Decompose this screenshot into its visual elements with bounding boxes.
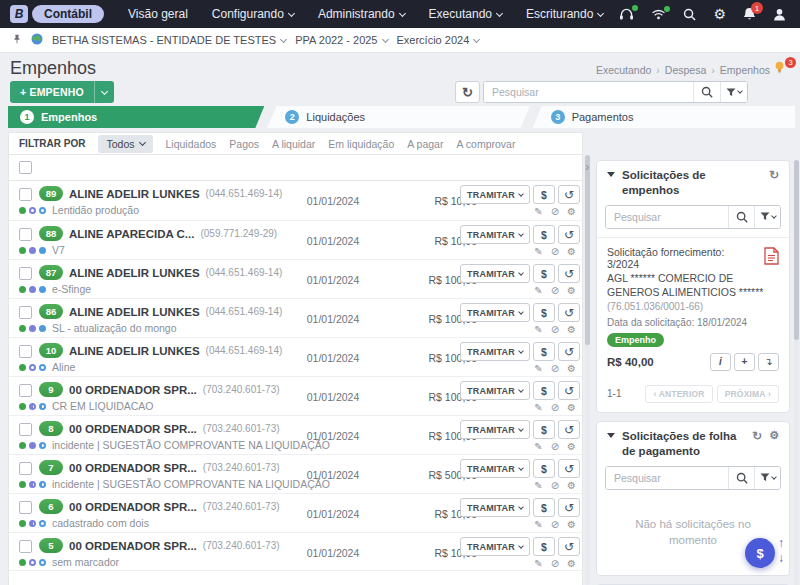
filter-option[interactable]: Em liquidação	[328, 138, 394, 150]
row-name[interactable]: 00 ORDENADOR SPR...	[69, 540, 197, 552]
search-submit-button[interactable]	[728, 206, 754, 228]
tramitar-button[interactable]: TRAMITAR	[460, 342, 530, 361]
tramitar-button[interactable]: TRAMITAR	[460, 381, 530, 400]
edit-icon[interactable]: ✎	[534, 519, 542, 530]
connection-wifi-icon[interactable]	[651, 9, 666, 20]
cancel-icon[interactable]: ⊘	[551, 519, 559, 530]
row-name[interactable]: 00 ORDENADOR SPR...	[69, 423, 197, 435]
gears-icon[interactable]: ⚙	[567, 285, 576, 296]
history-button[interactable]: ↺	[558, 498, 580, 517]
gears-icon[interactable]: ⚙	[567, 324, 576, 335]
row-checkbox[interactable]	[19, 540, 32, 553]
table-row[interactable]: 87 ALINE ADELIR LUNKES (044.651.469-14) …	[9, 259, 582, 298]
next-button[interactable]: PRÓXIMA ›	[717, 385, 779, 403]
filter-selected-dropdown[interactable]: Todos	[98, 135, 152, 153]
table-row[interactable]: 9 00 ORDENADOR SPR... (703.240.601-73) C…	[9, 376, 582, 415]
tramitar-button[interactable]: TRAMITAR	[460, 185, 530, 204]
exercise-selector[interactable]: Exercício 2024	[397, 34, 480, 46]
currency-button[interactable]: $	[533, 420, 555, 439]
gears-icon[interactable]: ⚙	[567, 480, 576, 491]
search-submit-button[interactable]	[693, 82, 720, 102]
page-scrollbar[interactable]	[794, 160, 799, 585]
cancel-icon[interactable]: ⊘	[551, 480, 559, 491]
row-name[interactable]: 00 ORDENADOR SPR...	[69, 501, 197, 513]
row-name[interactable]: ALINE APARECIDA C...	[69, 228, 194, 240]
edit-icon[interactable]: ✎	[534, 285, 542, 296]
currency-button[interactable]: $	[533, 381, 555, 400]
history-button[interactable]: ↺	[558, 185, 580, 204]
scroll-up-icon[interactable]: ↑	[778, 536, 784, 550]
tab-step-3[interactable]: 3Pagamentos	[533, 106, 795, 128]
tramitar-button[interactable]: TRAMITAR	[460, 459, 530, 478]
breadcrumb-item[interactable]: Empenhos	[720, 64, 770, 76]
edit-icon[interactable]: ✎	[534, 363, 542, 374]
currency-button[interactable]: $	[533, 185, 555, 204]
row-checkbox[interactable]	[19, 267, 32, 280]
row-name[interactable]: ALINE ADELIR LUNKES	[69, 267, 200, 279]
search-input[interactable]	[606, 206, 728, 228]
edit-icon[interactable]: ✎	[534, 246, 542, 257]
edit-icon[interactable]: ✎	[534, 206, 542, 217]
filter-funnel-button[interactable]	[754, 206, 780, 228]
panel-header[interactable]: Solicitações de folha de pagamento ↻ ⚙	[597, 422, 789, 465]
notifications-bell-icon[interactable]: 1	[743, 7, 756, 21]
forward-button[interactable]: ↴	[758, 353, 779, 371]
search-icon[interactable]	[683, 8, 696, 21]
cancel-icon[interactable]: ⊘	[551, 246, 559, 257]
row-name[interactable]: ALINE ADELIR LUNKES	[69, 188, 200, 200]
history-button[interactable]: ↺	[558, 537, 580, 556]
currency-fab-button[interactable]: $	[745, 538, 775, 568]
ppa-selector[interactable]: PPA 2022 - 2025	[295, 34, 387, 46]
search-input[interactable]	[606, 467, 728, 489]
row-checkbox[interactable]	[19, 462, 32, 475]
filter-funnel-button[interactable]	[754, 467, 780, 489]
filter-option[interactable]: Pagos	[229, 138, 259, 150]
row-checkbox[interactable]	[19, 188, 32, 201]
currency-button[interactable]: $	[533, 537, 555, 556]
support-headset-icon[interactable]	[619, 8, 634, 21]
topbar-menu-item[interactable]: Executando	[429, 7, 502, 21]
list-scrollbar[interactable]	[585, 155, 590, 585]
currency-button[interactable]: $	[533, 342, 555, 361]
currency-button[interactable]: $	[533, 225, 555, 244]
table-row[interactable]: 6 00 ORDENADOR SPR... (703.240.601-73) c…	[9, 493, 582, 532]
history-button[interactable]: ↺	[558, 264, 580, 283]
row-name[interactable]: ALINE ADELIR LUNKES	[69, 306, 200, 318]
info-button[interactable]: i	[710, 353, 731, 371]
document-icon[interactable]	[764, 247, 779, 269]
refresh-icon[interactable]: ↻	[769, 168, 779, 182]
gears-icon[interactable]: ⚙	[567, 402, 576, 413]
currency-button[interactable]: $	[533, 303, 555, 322]
history-button[interactable]: ↺	[558, 342, 580, 361]
scroll-down-icon[interactable]: ↓	[778, 551, 784, 565]
row-checkbox[interactable]	[19, 423, 32, 436]
gears-icon[interactable]: ⚙	[567, 363, 576, 374]
row-name[interactable]: ALINE ADELIR LUNKES	[69, 345, 200, 357]
gears-icon[interactable]: ⚙	[567, 519, 576, 530]
tramitar-button[interactable]: TRAMITAR	[460, 420, 530, 439]
gears-icon[interactable]: ⚙	[567, 441, 576, 452]
table-row[interactable]: 5 00 ORDENADOR SPR... (703.240.601-73) s…	[9, 532, 582, 571]
refresh-icon[interactable]: ↻	[752, 429, 762, 443]
tramitar-button[interactable]: TRAMITAR	[460, 498, 530, 517]
cancel-icon[interactable]: ⊘	[551, 441, 559, 452]
history-button[interactable]: ↺	[558, 420, 580, 439]
sidebar-collapse-icon[interactable]: ›	[585, 159, 589, 174]
table-row[interactable]: 8 00 ORDENADOR SPR... (703.240.601-73) i…	[9, 415, 582, 454]
panel-header[interactable]: Solicitações de empenhos ↻	[597, 161, 789, 204]
gear-icon[interactable]: ⚙	[769, 429, 779, 443]
topbar-menu-item[interactable]: Administrando	[318, 7, 405, 21]
tramitar-button[interactable]: TRAMITAR	[460, 303, 530, 322]
tramitar-button[interactable]: TRAMITAR	[460, 225, 530, 244]
cancel-icon[interactable]: ⊘	[551, 285, 559, 296]
history-button[interactable]: ↺	[558, 303, 580, 322]
history-button[interactable]: ↺	[558, 225, 580, 244]
table-row[interactable]: 10 ALINE ADELIR LUNKES (044.651.469-14) …	[9, 337, 582, 376]
edit-icon[interactable]: ✎	[534, 441, 542, 452]
filter-option[interactable]: A comprovar	[456, 138, 515, 150]
row-name[interactable]: 00 ORDENADOR SPR...	[69, 462, 197, 474]
app-logo[interactable]: B Contábil	[10, 5, 104, 23]
new-empenho-dropdown[interactable]	[94, 81, 114, 103]
gears-icon[interactable]: ⚙	[567, 206, 576, 217]
refresh-button[interactable]: ↻	[455, 81, 480, 103]
